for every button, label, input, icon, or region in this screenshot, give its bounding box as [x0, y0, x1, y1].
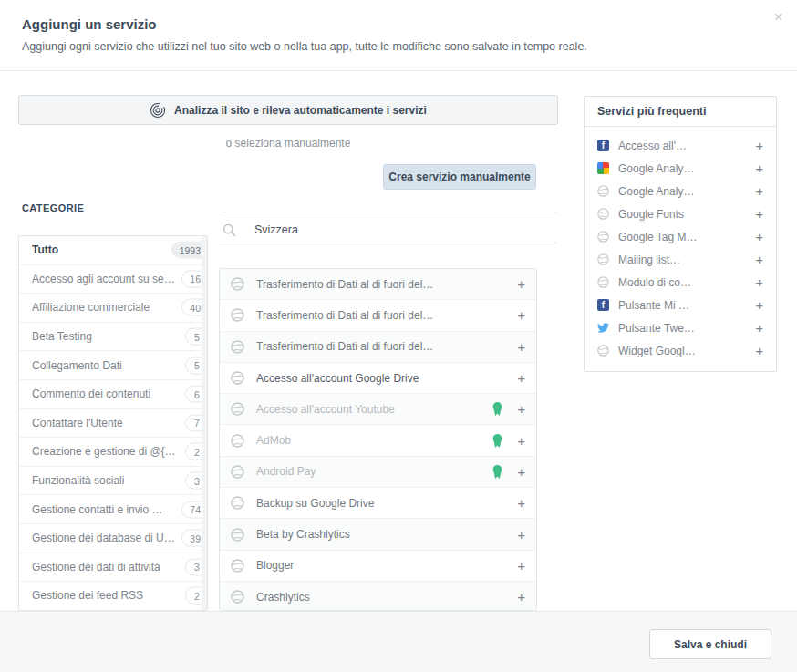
installed-badge-icon: [492, 465, 502, 479]
header-divider: [0, 70, 797, 71]
frequent-service-row[interactable]: Google Analy… +: [585, 157, 776, 180]
scan-icon: [150, 102, 166, 119]
category-item[interactable]: Collegamento Dati 5: [19, 351, 207, 380]
category-count-badge: 16: [181, 270, 208, 287]
frequent-service-label: Widget Googl…: [618, 345, 755, 357]
frequent-service-row[interactable]: Pulsante Mi … +: [585, 294, 776, 316]
add-service-icon[interactable]: +: [517, 559, 525, 573]
category-count-badge: 1993: [171, 242, 208, 259]
category-label: Tutto: [32, 243, 58, 256]
add-service-icon[interactable]: +: [517, 340, 525, 354]
add-service-icon[interactable]: +: [755, 139, 763, 152]
globe-icon: [231, 340, 244, 354]
globe-icon: [231, 371, 244, 385]
service-row[interactable]: Accesso all'account Youtube +: [220, 394, 536, 425]
category-item[interactable]: Funzionalità sociali 3: [19, 467, 207, 496]
service-name: AdMob: [256, 434, 492, 447]
category-label: Gestione dei dati di attività: [32, 561, 160, 574]
category-count-badge: 5: [185, 328, 208, 346]
frequent-service-label: Pulsante Twe…: [618, 322, 755, 335]
frequent-service-row[interactable]: Google Tag M… +: [585, 225, 776, 248]
service-row[interactable]: Accesso all'account Google Drive +: [220, 363, 536, 394]
installed-badge-icon: [492, 402, 502, 416]
service-row[interactable]: AdMob +: [220, 425, 536, 456]
add-service-icon[interactable]: +: [755, 275, 763, 289]
frequent-service-row[interactable]: Google Fonts +: [585, 202, 776, 225]
category-count-badge: 3: [185, 472, 208, 490]
frequent-services-panel: Servizi più frequenti: [584, 96, 777, 372]
add-service-icon[interactable]: +: [755, 230, 763, 243]
service-row[interactable]: Backup su Google Drive +: [220, 488, 536, 519]
service-name: Trasferimento di Dati al di fuori del…: [256, 278, 517, 291]
close-icon[interactable]: ×: [774, 9, 782, 26]
category-item[interactable]: Affiliazione commerciale 40: [19, 294, 207, 323]
service-row[interactable]: Trasferimento di Dati al di fuori del… +: [220, 332, 536, 363]
globe-icon: [231, 465, 244, 479]
service-row[interactable]: Trasferimento di Dati al di fuori del… +: [220, 269, 536, 300]
add-service-icon[interactable]: +: [517, 308, 525, 322]
category-item[interactable]: Gestione dei feed RSS 2: [19, 582, 207, 611]
category-item[interactable]: Creazione e gestione di @{… 2: [19, 438, 207, 467]
service-row[interactable]: Trasferimento di Dati al di fuori del… +: [220, 300, 536, 331]
category-count-badge: 2: [185, 587, 208, 605]
add-service-icon[interactable]: +: [517, 496, 525, 510]
category-item[interactable]: Gestione contatti e invio … 74: [19, 495, 207, 524]
frequent-service-row[interactable]: Mailing list… +: [585, 248, 776, 271]
add-service-icon[interactable]: +: [755, 184, 763, 198]
category-item[interactable]: Tutto 1993: [19, 236, 207, 265]
category-count-badge: 40: [181, 299, 208, 316]
globe-icon: [597, 345, 609, 357]
category-item[interactable]: Contattare l'Utente 7: [19, 409, 207, 439]
category-item[interactable]: Gestione dei database di U… 39: [19, 524, 207, 553]
google-icon: [597, 162, 609, 174]
search-input[interactable]: Svizzera: [254, 223, 298, 236]
category-label: Gestione dei database di U…: [32, 532, 175, 544]
globe-icon: [597, 208, 609, 220]
add-service-icon[interactable]: +: [517, 402, 525, 416]
category-count-badge: 2: [185, 443, 208, 460]
analyze-site-button[interactable]: Analizza il sito e rileva automaticament…: [18, 95, 558, 125]
search-icon: [223, 223, 236, 237]
globe-icon: [231, 528, 244, 542]
add-service-icon[interactable]: +: [755, 344, 763, 357]
globe-icon: [231, 277, 244, 291]
add-service-icon[interactable]: +: [755, 298, 763, 312]
add-service-icon[interactable]: +: [517, 528, 525, 542]
service-name: Blogger: [256, 559, 517, 572]
add-service-dialog: Aggiungi un servizio Aggiungi ogni servi…: [0, 0, 797, 672]
category-item[interactable]: Beta Testing 5: [19, 323, 207, 352]
service-row[interactable]: Crashlytics +: [220, 582, 536, 611]
add-service-icon[interactable]: +: [755, 321, 763, 335]
add-service-icon[interactable]: +: [755, 161, 763, 175]
add-service-icon[interactable]: +: [517, 590, 525, 604]
frequent-service-row[interactable]: Accesso all'… +: [585, 134, 776, 157]
frequent-service-row[interactable]: Pulsante Twe… +: [585, 316, 776, 339]
category-label: Affiliazione commerciale: [32, 301, 150, 314]
add-service-icon[interactable]: +: [755, 253, 763, 266]
frequent-service-row[interactable]: Widget Googl… +: [585, 339, 776, 362]
service-row[interactable]: Beta by Crashlytics +: [220, 519, 536, 550]
facebook-icon: [597, 299, 609, 311]
service-row[interactable]: Android Pay +: [220, 457, 536, 488]
category-count-badge: 39: [181, 530, 208, 547]
manual-select-text: o seleziona manualmente: [18, 137, 558, 150]
add-service-icon[interactable]: +: [517, 465, 525, 479]
category-count-badge: 3: [185, 558, 208, 575]
add-service-icon[interactable]: +: [517, 371, 525, 385]
category-item[interactable]: Commento dei contenuti 6: [19, 380, 207, 409]
category-item[interactable]: Accesso agli account su se… 16: [19, 265, 207, 295]
add-service-icon[interactable]: +: [517, 434, 525, 448]
frequent-service-row[interactable]: Modulo di co… +: [585, 271, 776, 294]
add-service-icon[interactable]: +: [755, 207, 763, 221]
service-row[interactable]: Blogger +: [220, 551, 536, 582]
category-label: Collegamento Dati: [32, 359, 122, 372]
save-close-button[interactable]: Salva e chiudi: [649, 629, 771, 659]
add-service-icon[interactable]: +: [517, 277, 525, 291]
create-service-button[interactable]: Crea servizio manualmente: [383, 164, 536, 190]
category-count-badge: 6: [185, 386, 208, 403]
frequent-service-label: Accesso all'…: [618, 140, 755, 152]
category-label: Creazione e gestione di @{…: [32, 445, 176, 458]
frequent-service-row[interactable]: Google Analy… +: [585, 180, 776, 202]
search-bar[interactable]: Svizzera: [219, 217, 556, 243]
category-item[interactable]: Gestione dei dati di attività 3: [19, 553, 207, 583]
